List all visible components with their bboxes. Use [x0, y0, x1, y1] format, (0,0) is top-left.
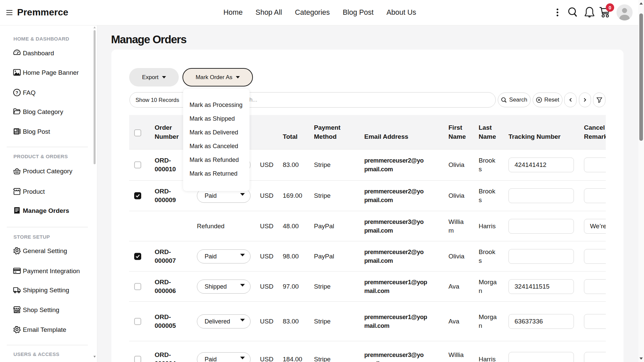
svg-text:?: ?	[15, 90, 18, 95]
